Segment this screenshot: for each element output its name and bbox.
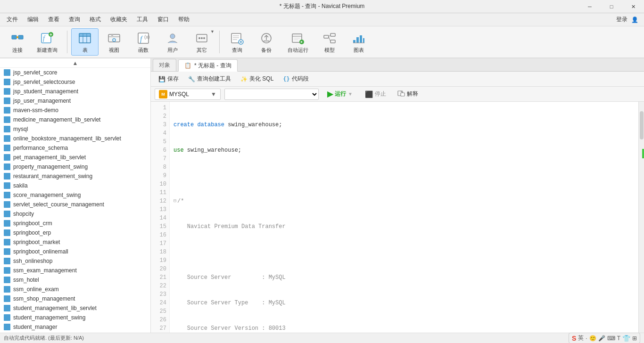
sidebar-item-19[interactable]: springboot_onlinemall [0,247,150,256]
sidebar-item-27[interactable]: student_manager [0,322,150,332]
db-icon-21 [4,267,10,274]
sidebar-item-2[interactable]: jsp_student_management [0,87,150,96]
code-content[interactable]: create database swing_warehouse; use swi… [170,102,638,333]
sidebar-item-5[interactable]: medicine_management_lib_servlet [0,115,150,124]
new-query-button[interactable]: f + 新建查询 [31,28,63,56]
db-icon-18 [4,239,10,245]
sidebar-item-4[interactable]: maven-ssm-demo [0,106,150,115]
beautify-sql-button[interactable]: ✨ 美化 SQL [237,74,277,84]
code-line-7: Source Server : MySQL [173,273,635,282]
main-toolbar: 连接 f + 新建查询 [0,26,644,58]
sidebar-item-17[interactable]: springboot_erp [0,228,150,237]
backup-button[interactable]: 备份 [253,28,280,56]
db-icon-16 [4,220,10,227]
schema-select[interactable] [224,89,319,100]
fold-4[interactable]: ⊟ [173,197,176,205]
line-num-2: 2 [151,112,169,121]
chart-button[interactable]: 图表 [345,28,372,56]
sidebar-item-23[interactable]: ssm_online_exam [0,285,150,294]
view-label: 视图 [109,47,119,54]
line-num-26: 26 [151,316,169,324]
sidebar-item-10[interactable]: property_management_swing [0,162,150,172]
menu-window[interactable]: 窗口 [153,14,173,25]
sidebar-item-18[interactable]: springboot_market [0,237,150,247]
menu-edit[interactable]: 编辑 [23,14,43,25]
run-dropdown-icon: ▼ [348,91,353,97]
sidebar-scroll-up[interactable]: ▲ [0,58,150,68]
titlebar: * 无标题 - 查询 - Navicat Premium ─ □ ✕ [0,0,644,13]
db-icon-15 [4,211,10,217]
sidebar-item-20[interactable]: ssh_onlineshop [0,256,150,266]
db-icon-9 [4,154,10,161]
code-line-3 [173,172,635,180]
function-button[interactable]: f (x) 函数 [130,28,157,56]
beautify-label: 美化 SQL [249,75,273,83]
sidebar-item-6[interactable]: mysql [0,124,150,134]
line-num-9: 9 [151,172,169,180]
login-area[interactable]: 登录 👤 [616,16,642,24]
query-toolbar-button[interactable]: 查询 [223,28,251,56]
user-button[interactable]: 用户 [159,28,186,56]
minimize-button[interactable]: ─ [579,0,601,13]
sidebar-item-16[interactable]: springboot_crm [0,219,150,228]
green-change-indicator [642,149,644,158]
other-button[interactable]: 其它 ▼ [188,28,215,56]
run-button[interactable]: ▶ 运行 ▼ [322,88,357,100]
autorun-button[interactable]: 自动运行 [282,28,314,56]
sidebar-item-1[interactable]: jsp_servlet_selectcourse [0,77,150,87]
new-query-label: 新建查询 [37,47,58,54]
sidebar-item-7[interactable]: online_bookstore_management_lib_servlet [0,134,150,143]
menu-help[interactable]: 帮助 [173,14,194,25]
sidebar-item-15[interactable]: shopcity [0,209,150,219]
db-icon-1 [4,79,10,85]
query-label: 查询 [232,47,242,54]
maximize-button[interactable]: □ [601,0,622,13]
menu-query[interactable]: 查询 [64,14,85,25]
sidebar-item-0[interactable]: jsp_servlet_score [0,68,150,77]
sougou-bar[interactable]: S 英 · 🙂 🎤 ⌨ T 👕 ⊞ [569,333,640,343]
menu-favorites[interactable]: 收藏夹 [106,14,132,25]
table-button[interactable]: 表 [71,28,99,56]
sidebar-item-12[interactable]: sakila [0,181,150,190]
tab-object-label: 对象 [159,61,170,69]
line-numbers: 1 2 3 4 5 6 7 8 9 10 11 12 13 14 15 16 1… [151,102,170,333]
sidebar-item-25[interactable]: student_management_lib_servlet [0,303,150,313]
code-editor[interactable]: 1 2 3 4 5 6 7 8 9 10 11 12 13 14 15 16 1… [151,102,644,333]
view-button[interactable]: 视图 [100,28,128,56]
sidebar-item-9[interactable]: pet_management_lib_servlet [0,153,150,162]
tab-query[interactable]: 📋 * 无标题 - 查询 [178,59,238,72]
model-button[interactable]: 模型 [316,28,343,56]
connect-icon [10,31,25,46]
close-button[interactable]: ✕ [622,0,644,13]
sidebar-item-21[interactable]: ssm_exam_management [0,266,150,275]
stop-label: 停止 [375,90,386,98]
menu-tools[interactable]: 工具 [132,14,153,25]
code-segment-button[interactable]: {} 代码段 [279,74,312,84]
menu-file[interactable]: 文件 [2,14,23,25]
db-select[interactable]: M MYSQL ▼ [155,89,221,100]
sidebar-item-22[interactable]: ssm_hotel [0,275,150,285]
line-num-8: 8 [151,163,169,172]
db-icon-27 [4,324,10,330]
sidebar-item-24[interactable]: ssm_shop_management [0,294,150,303]
scrollbar-thumb[interactable] [640,111,644,139]
sidebar-item-3[interactable]: jsp_user_management [0,96,150,106]
menu-format[interactable]: 格式 [85,14,106,25]
menu-view[interactable]: 查看 [43,14,64,25]
line-num-10: 10 [151,180,169,188]
user-icon [165,31,180,46]
editor-scrollbar[interactable] [638,102,644,333]
tab-object[interactable]: 对象 [153,59,176,71]
explain-button[interactable]: 解释 [394,88,422,100]
sidebar-item-11[interactable]: restaurant_management_swing [0,172,150,181]
query-create-tool-button[interactable]: 🔧 查询创建工具 [184,74,235,84]
sidebar-item-13[interactable]: score_management_swing [0,190,150,200]
sidebar-item-26[interactable]: student_management_swing [0,313,150,322]
sidebar-item-8[interactable]: performance_schema [0,143,150,153]
sidebar-item-28[interactable]: student_message_management_lib_servlet [0,332,150,333]
db-icon-6 [4,126,10,132]
connect-button[interactable]: 连接 [4,28,31,56]
save-button[interactable]: 💾 保存 [155,74,182,84]
stop-button[interactable]: ⬛ 停止 [361,89,390,99]
sidebar-item-14[interactable]: servlet_select_course_management [0,200,150,209]
